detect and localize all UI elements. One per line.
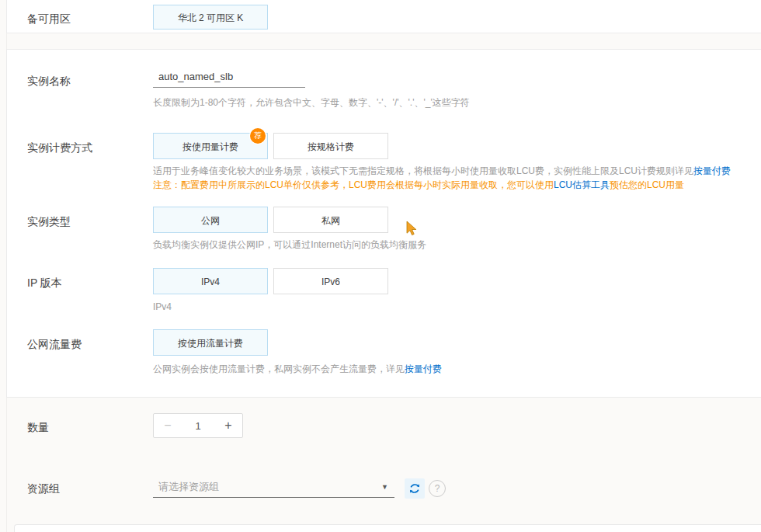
quantity-increase-button[interactable]: +: [214, 419, 242, 433]
instance-type-hint: 负载均衡实例仅提供公网IP，可以通过Internet访问的负载均衡服务: [153, 238, 426, 252]
mouse-cursor-icon: [406, 221, 418, 237]
ip-option-ipv4[interactable]: IPv4: [153, 268, 268, 294]
instance-type-label: 实例类型: [27, 215, 71, 229]
slb-create-form: 备可用区 华北 2 可用区 K 实例名称 长度限制为1-80个字符，允许包含中文…: [0, 0, 761, 532]
ip-version-label: IP 版本: [27, 276, 62, 290]
lcu-estimator-link[interactable]: LCU估算工具: [554, 179, 610, 190]
next-section-card: [14, 524, 761, 532]
refresh-icon: [408, 482, 421, 495]
instance-name-label: 实例名称: [27, 75, 71, 89]
quantity-stepper: − 1 +: [153, 413, 243, 438]
billing-option-spec[interactable]: 按规格计费: [273, 133, 388, 159]
backup-zone-label: 备可用区: [27, 12, 71, 26]
zone-section-card: [6, 0, 761, 33]
billing-note-suffix: 预估您的LCU用量: [610, 179, 684, 190]
ip-version-hint: IPv4: [153, 301, 172, 312]
ip-option-ipv6[interactable]: IPv6: [273, 268, 388, 294]
billing-description: 适用于业务峰值变化较大的业务场景，该模式下无需指定规格，将根据每小时使用量收取L…: [153, 165, 731, 178]
billing-method-label: 实例计费方式: [27, 141, 92, 155]
billing-description-text: 适用于业务峰值变化较大的业务场景，该模式下无需指定规格，将根据每小时使用量收取L…: [153, 165, 693, 176]
traffic-fee-hint-text: 公网实例会按使用流量计费，私网实例不会产生流量费，详见: [153, 363, 405, 374]
quantity-value[interactable]: 1: [182, 420, 214, 432]
instance-name-input[interactable]: [153, 66, 305, 88]
instance-name-hint: 长度限制为1-80个字符，允许包含中文、字母、数字、'-'、'/'、'.'、'_…: [153, 96, 470, 110]
type-option-private[interactable]: 私网: [273, 207, 388, 233]
chevron-down-icon: ▼: [381, 483, 394, 491]
resource-group-select[interactable]: 请选择资源组 ▼: [153, 476, 394, 498]
quantity-decrease-button[interactable]: −: [154, 419, 182, 433]
refresh-button[interactable]: [405, 478, 425, 499]
resource-group-label: 资源组: [27, 482, 60, 496]
public-traffic-fee-label: 公网流量费: [27, 338, 82, 352]
help-icon[interactable]: ?: [429, 480, 446, 497]
resource-group-placeholder: 请选择资源组: [153, 480, 381, 494]
backup-zone-button[interactable]: 华北 2 可用区 K: [153, 5, 268, 30]
pay-by-usage-link[interactable]: 按量付费: [693, 165, 731, 176]
traffic-option-by-usage[interactable]: 按使用流量计费: [153, 329, 268, 356]
billing-note-text: 注意：配置费用中所展示的LCU单价仅供参考，LCU费用会根据每小时实际用量收取，…: [153, 179, 554, 190]
billing-note: 注意：配置费用中所展示的LCU单价仅供参考，LCU费用会根据每小时实际用量收取，…: [153, 179, 684, 192]
traffic-pay-by-usage-link[interactable]: 按量付费: [405, 363, 442, 374]
quantity-label: 数量: [27, 421, 49, 435]
type-option-public[interactable]: 公网: [153, 207, 268, 233]
traffic-fee-hint: 公网实例会按使用流量计费，私网实例不会产生流量费，详见按量付费: [153, 363, 442, 376]
promo-badge-icon: 荐: [250, 128, 266, 144]
